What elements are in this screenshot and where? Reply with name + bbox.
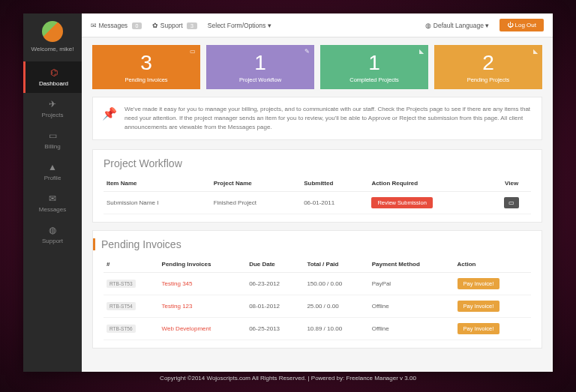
topbar: ✉ Messages 0 ✿ Support 3 Select Form/Opt… [82,13,553,37]
page-footer: Copyright ©2014 Wojoscripts.com All Righ… [0,375,576,382]
col-method: Payment Method [369,256,454,273]
mail-icon: ✉ [91,22,97,29]
cell-total: 10.89 / 10.00 [304,318,368,340]
nav-label: Billing [44,143,60,150]
cell-due: 06-23-2012 [246,273,304,295]
welcome-text: Welcome, mike! [32,46,74,52]
cell-date: 06-01-2011 [301,192,368,214]
cell-due: 08-01-2012 [246,295,304,318]
cell-item: Submission Name I [104,192,211,214]
language-select[interactable]: ◍ Default Language ▾ [425,22,489,29]
view-button[interactable]: ▭ [504,197,519,208]
send-icon: ◣ [419,48,424,55]
chevron-down-icon: ▾ [268,22,272,29]
label: Messages [98,22,128,29]
cell-total: 25.00 / 0.00 [304,295,368,318]
nav-label: Profile [44,175,62,181]
user-icon: ▲ [23,162,82,172]
sidebar-item-profile[interactable]: ▲ Profile [23,156,82,187]
pay-button[interactable]: Pay Invoice! [458,323,500,334]
app-shell: Welcome, mike! ⌬ Dashboard ✈ Projects ▭ … [23,13,553,372]
invoice-id-badge: RTB-ST56 [106,325,136,333]
sidebar: Welcome, mike! ⌬ Dashboard ✈ Projects ▭ … [23,13,82,372]
nav-label: Messages [39,206,66,213]
plane-icon: ✈ [23,99,82,109]
cell-total: 150.00 / 0.00 [304,273,368,295]
globe-icon: ◍ [425,22,431,29]
card-pending-invoices[interactable]: ▭ 3 Pending Invoices [92,45,200,89]
col-action: Action [454,256,531,273]
card-number: 3 [97,52,196,73]
col-action: Action Required [368,175,492,192]
mail-icon: ✉ [23,193,82,204]
chevron-down-icon: ▾ [485,22,489,29]
invoice-link[interactable]: Testing 123 [162,303,193,310]
topbar-support[interactable]: ✿ Support 3 [152,22,196,29]
workflow-section: Project Workflow Item Name Project Name … [92,149,542,223]
info-text: We've made it easy for you to manage you… [124,105,532,132]
main-area: ✉ Messages 0 ✿ Support 3 Select Form/Opt… [82,13,553,372]
card-project-workflow[interactable]: ✎ 1 Project Workflow [206,45,314,89]
card-label: Project Workflow [211,76,310,83]
workflow-table: Item Name Project Name Submitted Action … [104,175,531,214]
sidebar-item-projects[interactable]: ✈ Projects [23,93,82,124]
cell-project: Finished Project [211,192,302,214]
pin-icon: 📌 [102,105,117,123]
label: Select Form/Options [208,22,266,29]
table-row: RTB-ST56 Web Development 06-25-2013 10.8… [104,318,531,340]
edit-icon: ✎ [304,48,310,55]
card-corner-icon: ▭ [190,48,196,55]
col-id: # [104,256,159,273]
globe-icon: ◍ [23,225,82,235]
info-banner: 📌 We've made it easy for you to manage y… [92,97,542,140]
nav-label: Projects [42,112,64,118]
col-item: Item Name [104,175,211,192]
label: Log Out [515,22,536,28]
col-view: View [492,175,531,192]
col-submitted: Submitted [301,175,368,192]
invoice-link[interactable]: Testing 345 [162,280,193,287]
table-row: RTB-ST54 Testing 123 08-01-2012 25.00 / … [104,295,531,318]
table-row: RTB-ST53 Testing 345 06-23-2012 150.00 /… [104,273,531,295]
cell-method: PayPal [369,273,454,295]
label: Support [160,22,183,29]
table-row: Submission Name I Finished Project 06-01… [104,192,531,214]
cell-due: 06-25-2013 [246,318,304,340]
nav-label: Dashboard [39,80,68,87]
sidebar-item-dashboard[interactable]: ⌬ Dashboard [23,61,82,93]
card-label: Pending Projects [439,76,538,83]
pay-button[interactable]: Pay Invoice! [458,278,500,289]
avatar[interactable] [42,21,63,42]
col-due: Due Date [246,256,304,273]
card-pending-projects[interactable]: ◣ 2 Pending Projects [434,45,542,89]
invoices-table: # Pending Invoices Due Date Total / Paid… [104,256,531,340]
card-number: 1 [325,52,424,73]
invoice-link[interactable]: Web Development [162,325,212,332]
card-label: Completed Projects [325,76,424,83]
review-button[interactable]: Review Submission [371,197,432,208]
gear-icon: ✿ [152,22,158,29]
cell-method: Offline [369,318,454,340]
section-title: Project Workflow [104,157,531,169]
card-icon: ▭ [23,130,82,141]
support-count-badge: 3 [187,22,197,29]
invoice-id-badge: RTB-ST53 [106,280,136,288]
col-project: Project Name [211,175,302,192]
sidebar-item-messages[interactable]: ✉ Messages [23,187,82,219]
sidebar-item-support[interactable]: ◍ Support [23,219,82,250]
logout-button[interactable]: ⏻ Log Out [500,19,544,31]
sidebar-item-billing[interactable]: ▭ Billing [23,124,82,156]
invoice-id-badge: RTB-ST54 [106,302,136,310]
invoices-section: Pending Invoices # Pending Invoices Due … [92,230,542,349]
power-icon: ⏻ [507,22,514,28]
topbar-messages[interactable]: ✉ Messages 0 [91,22,142,29]
gauge-icon: ⌬ [26,67,82,78]
card-number: 1 [211,52,310,73]
pay-button[interactable]: Pay Invoice! [458,301,500,312]
stat-cards: ▭ 3 Pending Invoices ✎ 1 Project Workflo… [92,45,542,89]
card-completed-projects[interactable]: ◣ 1 Completed Projects [320,45,428,89]
form-select[interactable]: Select Form/Options ▾ [208,22,272,29]
messages-count-badge: 0 [132,22,142,29]
card-number: 2 [439,52,538,73]
content: ▭ 3 Pending Invoices ✎ 1 Project Workflo… [82,37,553,372]
